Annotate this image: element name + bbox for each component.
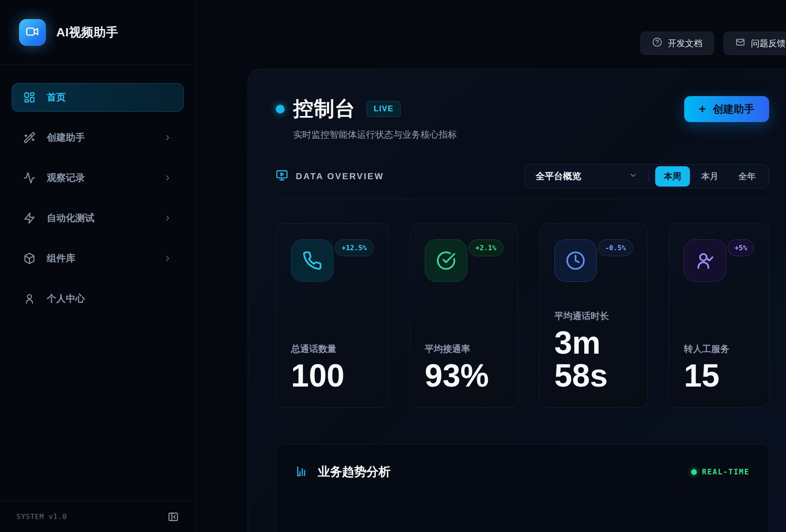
plus-icon: + [699,103,706,115]
sidebar-footer: SYSTEM v1.0 [0,501,195,532]
chevron-right-icon [163,254,172,263]
console-header-row: 控制台 LIVE + 创建助手 [276,95,769,123]
status-dot [276,105,285,113]
delta-badge: -0.5% [598,239,633,256]
delta-badge: +2.1% [469,239,503,256]
stat-card-human-transfer: +5% 转人工服务 15 [669,223,769,408]
sidebar-item-label: 个人中心 [47,292,85,305]
stat-label: 平均通话时长 [554,310,633,322]
phone-icon [291,239,333,282]
stat-value: 15 [684,359,749,392]
console-panel: 控制台 LIVE + 创建助手 实时监控智能体运行状态与业务核心指标 DATA … [248,69,786,532]
sidebar-item-label: 首页 [47,91,66,104]
data-overview-label: DATA OVERVIEW [296,171,384,181]
dashboard-grid-icon [23,91,36,103]
sidebar-item-label: 创建助手 [47,131,85,144]
help-circle-icon [652,37,662,49]
mail-icon [735,37,745,49]
period-tabs: 本周 本月 全年 [655,166,764,187]
chevron-right-icon [163,174,172,182]
stat-label: 转人工服务 [684,343,754,355]
console-title-group: 控制台 LIVE [276,95,401,123]
stat-label: 平均接通率 [425,343,503,355]
trend-header: 业务趋势分析 REAL-TIME [295,464,750,480]
delta-badge: +5% [728,239,754,256]
sidebar-item-label: 观察记录 [47,171,85,184]
stat-card-bottom: 总通话数量 100 [291,343,374,392]
stat-card-top: +2.1% [425,239,503,282]
stat-card-bottom: 平均接通率 93% [425,343,503,392]
realtime-label: REAL-TIME [702,468,750,476]
magic-wand-icon [23,132,36,144]
app-logo [19,19,46,46]
stat-card-top: +5% [684,239,754,282]
create-assistant-label: 创建助手 [713,102,754,116]
clock-icon [554,239,597,282]
stat-card-bottom: 转人工服务 15 [684,343,754,392]
divider [276,199,769,199]
lightning-bolt-icon [23,212,36,224]
feedback-button[interactable]: 问题反馈 [724,32,786,55]
stat-card-bottom: 平均通话时长 3m 58s [554,310,633,392]
sidebar-item-create-assistant[interactable]: 创建助手 [12,123,184,152]
sidebar-item-component-library[interactable]: 组件库 [12,244,184,273]
trend-panel: 业务趋势分析 REAL-TIME [276,444,769,532]
chevron-right-icon [163,133,172,142]
monitor-play-icon [276,169,288,183]
divider [649,170,649,183]
user-icon [23,293,36,305]
chevron-right-icon [163,214,172,222]
overview-controls: 全平台概览 本周 本月 全年 [524,164,769,188]
dev-docs-button[interactable]: 开发文档 [640,32,714,55]
realtime-dot [691,469,697,475]
stat-card-total-calls: +12.5% 总通话数量 100 [276,223,389,408]
check-circle-icon [425,239,467,282]
stat-value: 3m 58s [554,326,619,392]
video-camera-icon [26,25,39,40]
app-title: AI视频助手 [56,24,118,41]
sidebar-nav: 首页 创建助手 观察记录 [0,65,195,501]
platform-select-value: 全平台概览 [536,170,581,182]
tab-this-month[interactable]: 本月 [692,166,727,187]
app-root: AI视频助手 首页 创建助手 [0,0,786,532]
sidebar: AI视频助手 首页 创建助手 [0,0,196,532]
realtime-status: REAL-TIME [691,468,750,476]
activity-pulse-icon [23,172,36,184]
stat-card-top: -0.5% [554,239,633,282]
sidebar-item-automation-test[interactable]: 自动化测试 [12,204,184,232]
system-version: SYSTEM v1.0 [16,513,67,521]
console-subtitle: 实时监控智能体运行状态与业务核心指标 [293,129,769,141]
platform-select[interactable]: 全平台概览 [524,170,649,182]
stat-value: 100 [291,359,356,392]
main-content: 开发文档 问题反馈 控制台 LIVE + 创建助手 [196,0,786,532]
bar-chart-icon [295,464,309,480]
stat-card-avg-duration: -0.5% 平均通话时长 3m 58s [539,223,648,408]
data-overview-title-group: DATA OVERVIEW [276,169,384,183]
sidebar-item-observation-log[interactable]: 观察记录 [12,164,184,192]
stat-cards: +12.5% 总通话数量 100 +2.1% 平均接 [276,223,769,408]
stat-value: 93% [425,359,490,392]
create-assistant-button[interactable]: + 创建助手 [684,96,769,122]
chevron-down-icon [629,171,637,181]
sidebar-item-personal-center[interactable]: 个人中心 [12,284,184,313]
sidebar-item-label: 组件库 [47,252,75,265]
sidebar-header: AI视频助手 [0,0,195,65]
collapse-sidebar-icon[interactable] [168,511,179,522]
page-title: 控制台 [293,95,356,123]
cube-icon [23,252,36,264]
sidebar-item-home[interactable]: 首页 [12,83,184,112]
delta-badge: +12.5% [335,239,374,256]
feedback-label: 问题反馈 [751,38,786,49]
stat-label: 总通话数量 [291,343,374,355]
user-check-icon [684,239,726,282]
trend-title: 业务趋势分析 [318,464,391,480]
data-overview-row: DATA OVERVIEW 全平台概览 本周 本月 全年 [276,164,769,188]
tab-this-week[interactable]: 本周 [655,166,690,187]
live-badge: LIVE [367,101,401,117]
topbar: 开发文档 问题反馈 [196,0,786,55]
tab-full-year[interactable]: 全年 [730,166,764,187]
sidebar-item-label: 自动化测试 [47,212,94,225]
stat-card-top: +12.5% [291,239,374,282]
dev-docs-label: 开发文档 [668,38,702,49]
stat-card-answer-rate: +2.1% 平均接通率 93% [410,223,518,408]
